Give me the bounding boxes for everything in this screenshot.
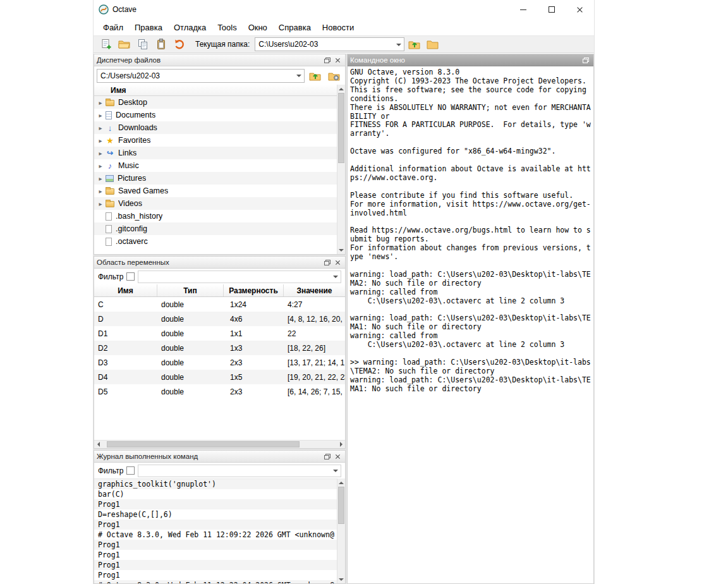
history-item[interactable]: Prog1 [94, 570, 337, 580]
history-scrollbar[interactable] [337, 478, 345, 583]
undock-button[interactable] [581, 56, 591, 65]
filter-combobox[interactable] [138, 465, 341, 477]
expand-chevron-icon[interactable] [97, 125, 104, 131]
history-item[interactable]: bar(C) [94, 489, 337, 499]
copy-button[interactable] [134, 37, 151, 52]
undock-button[interactable] [322, 258, 332, 267]
scroll-up-button[interactable] [337, 478, 345, 487]
menu-item[interactable]: Окно [243, 20, 273, 35]
open-file-button[interactable] [116, 37, 133, 52]
scroll-up-button[interactable] [337, 85, 345, 93]
close-panel-button[interactable] [332, 452, 343, 461]
menu-item[interactable]: Tools [212, 20, 242, 35]
filter-checkbox[interactable] [126, 272, 135, 281]
filter-checkbox[interactable] [126, 466, 135, 475]
maximize-button[interactable] [537, 0, 566, 19]
expand-chevron-icon[interactable] [97, 175, 104, 182]
history-item[interactable]: Prog1 [94, 499, 337, 509]
scroll-thumb[interactable] [338, 93, 344, 163]
column-type[interactable]: Тип [157, 284, 224, 296]
paste-button[interactable] [152, 37, 169, 52]
tree-item[interactable]: .bash_history [94, 210, 337, 222]
chevron-down-icon[interactable] [293, 70, 304, 82]
chevron-down-icon[interactable] [393, 38, 404, 51]
expand-chevron-icon[interactable] [97, 188, 104, 195]
history-item[interactable]: Prog1 [94, 540, 337, 550]
tree-item[interactable]: Favorites [94, 134, 337, 147]
tree-item[interactable]: Links [94, 147, 337, 159]
filter-combobox[interactable] [138, 271, 341, 283]
workspace-hscrollbar[interactable] [94, 440, 345, 448]
tree-item[interactable]: Videos [94, 197, 337, 210]
tree-item[interactable]: Saved Games [94, 185, 337, 197]
table-row[interactable]: D3 double 2x3 [13, 17, 21; 14, 1… [94, 355, 345, 370]
table-row[interactable]: D2 double 1x3 [18, 22, 26] [94, 341, 345, 355]
tree-item[interactable]: .octaverc [94, 235, 337, 248]
workspace-header[interactable]: Область переменных [94, 257, 345, 269]
expand-chevron-icon[interactable] [97, 150, 104, 157]
tree-item[interactable]: Pictures [94, 172, 337, 185]
scroll-thumb[interactable] [338, 487, 344, 524]
one-directory-up-button[interactable] [406, 37, 423, 52]
expand-chevron-icon[interactable] [97, 112, 104, 119]
table-row[interactable]: C double 1x24 4:27 [94, 297, 345, 312]
column-name[interactable]: Имя [94, 284, 157, 296]
new-script-button[interactable] [97, 37, 114, 52]
tree-item[interactable]: Desktop [94, 96, 337, 109]
undo-button[interactable] [171, 37, 188, 52]
file-browser-scrollbar[interactable] [337, 85, 345, 254]
scroll-track[interactable] [337, 487, 345, 575]
history-item[interactable]: Prog1 [94, 550, 337, 560]
one-directory-up-button[interactable] [306, 68, 324, 83]
history-item[interactable]: Prog1 [94, 520, 337, 530]
path-combobox[interactable]: C:/Users/u202-03 [97, 69, 305, 83]
scroll-left-button[interactable] [94, 441, 102, 448]
menu-item[interactable]: Отладка [168, 20, 212, 35]
scroll-thumb[interactable] [107, 441, 299, 447]
scroll-track[interactable] [337, 93, 345, 246]
scroll-track[interactable] [102, 441, 337, 448]
scroll-down-button[interactable] [337, 575, 345, 583]
close-panel-button[interactable] [332, 258, 343, 267]
history-header[interactable]: Журнал выполненных команд [94, 451, 345, 463]
browse-directory-button[interactable] [424, 37, 441, 52]
history-item[interactable]: D=reshape(C,[],6) [94, 509, 337, 520]
current-folder-combobox[interactable]: C:\Users\u202-03 [255, 37, 404, 51]
chevron-down-icon[interactable] [330, 465, 341, 477]
menu-item[interactable]: Новости [317, 20, 360, 35]
undock-button[interactable] [322, 452, 332, 461]
history-item[interactable]: # Octave 8.3.0, Wed Feb 11 12:22:04 2026… [94, 580, 337, 583]
table-row[interactable]: D1 double 1x1 22 [94, 326, 345, 341]
scroll-right-button[interactable] [337, 441, 345, 448]
command-window-header[interactable]: Командное окно [348, 54, 593, 66]
tree-item[interactable]: Music [94, 159, 337, 172]
expand-chevron-icon[interactable] [97, 99, 104, 106]
close-button[interactable] [566, 0, 594, 19]
command-window-output[interactable]: GNU Octave, version 8.3.0 Copyright (C) … [348, 66, 593, 583]
menu-item[interactable]: Справка [273, 20, 317, 35]
table-row[interactable]: D double 4x6 [4, 8, 12, 16, 20, … [94, 312, 345, 326]
name-column-header[interactable]: Имя [94, 85, 337, 96]
folder-actions-button[interactable] [325, 68, 343, 83]
menu-item[interactable]: Правка [129, 20, 168, 35]
chevron-down-icon[interactable] [330, 271, 341, 283]
scroll-down-button[interactable] [337, 246, 345, 254]
minimize-button[interactable] [509, 0, 537, 19]
history-item[interactable]: # Octave 8.3.0, Wed Feb 11 12:09:22 2026… [94, 530, 337, 540]
tree-item[interactable]: .gitconfig [94, 222, 337, 235]
file-browser-header[interactable]: Диспетчер файлов [94, 54, 345, 66]
tree-item[interactable]: Downloads [94, 121, 337, 134]
column-value[interactable]: Значение [284, 284, 345, 296]
close-panel-button[interactable] [332, 56, 343, 65]
expand-chevron-icon[interactable] [97, 137, 104, 144]
table-row[interactable]: D4 double 1x5 [19, 20, 21, 22, 23] [94, 370, 345, 384]
column-dimension[interactable]: Размерность [224, 284, 284, 296]
expand-chevron-icon[interactable] [97, 162, 104, 169]
history-item[interactable]: graphics_toolkit('gnuplot') [94, 479, 337, 489]
undock-button[interactable] [322, 56, 332, 65]
title-bar[interactable]: Octave [94, 0, 594, 19]
expand-chevron-icon[interactable] [97, 200, 104, 207]
menu-item[interactable]: Файл [97, 20, 129, 35]
history-item[interactable]: Prog1 [94, 560, 337, 570]
table-row[interactable]: D5 double 2x3 [6, 14, 26; 7, 15, … [94, 384, 345, 399]
